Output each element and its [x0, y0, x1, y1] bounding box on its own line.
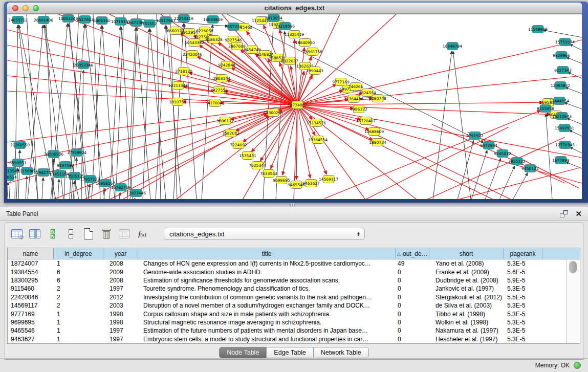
table-cell: 5.3E-5: [504, 260, 542, 267]
graph-node-label: 9699695: [273, 178, 290, 183]
scrollbar-thumb[interactable]: [569, 261, 577, 273]
graph-node-label: 12444154: [550, 99, 569, 103]
show-hide-columns-icon: ☑☑: [50, 229, 55, 239]
function-builder-button[interactable]: f(x): [136, 227, 149, 240]
table-cell: Nakamura et al. (1997): [429, 327, 504, 334]
show-hide-columns-button[interactable]: ☑☑: [46, 227, 59, 240]
table-cell: Estimation of the future numbers of pati…: [138, 327, 396, 334]
table-settings-button[interactable]: ⚙: [10, 227, 24, 240]
citation-network-graph[interactable]: 1872400782260588912954932750810543382818…: [7, 14, 582, 199]
graph-node-label: 19218596: [275, 24, 295, 29]
table-cell: 0: [396, 302, 429, 309]
column-header-label: in_degree: [64, 250, 92, 257]
tab-edge-table[interactable]: Edge Table: [267, 347, 313, 358]
table-cell: Dudbridge et al. (2008): [429, 277, 504, 284]
table-cell: 9463627: [8, 336, 54, 343]
graph-node-label: 20206506: [44, 152, 63, 157]
table-row[interactable]: 911546021997Tourette syndrome. Phenomeno…: [8, 285, 580, 293]
table-row[interactable]: 969969511998Structural magnetic resonanc…: [8, 318, 580, 326]
column-header-outde[interactable]: △out_de…: [396, 248, 429, 259]
tab-node-table[interactable]: Node Table: [220, 347, 267, 358]
table-row[interactable]: 1872400712008Changes of HCN gene express…: [8, 259, 580, 268]
table-toolbar: ⚙ ☑☑ f(x) citations: [5, 223, 583, 245]
table-row[interactable]: 946554611997Estimation of the future num…: [8, 326, 580, 335]
table-row[interactable]: 1830029562008Estimation of significance …: [8, 276, 580, 285]
graph-node-label: 8454749: [244, 48, 261, 52]
graph-node-label: 20691406: [34, 18, 53, 23]
window-title: citations_edges.txt: [265, 4, 325, 12]
close-window-button[interactable]: [12, 5, 18, 11]
graph-node-label: 15720407: [356, 119, 376, 123]
select-column-icon: [29, 229, 40, 238]
graph-node-label: 7590514: [7, 175, 17, 180]
column-header-pagerank[interactable]: pagerank: [504, 248, 542, 259]
column-header-title[interactable]: title: [138, 248, 396, 259]
table-row[interactable]: 2242004622012Investigating the contribut…: [8, 293, 580, 301]
table-cell: 6: [54, 277, 103, 284]
graph-node-label: 751552: [142, 21, 157, 26]
table-cell: 5.3E-5: [504, 285, 542, 292]
graph-node-label: 18724007: [288, 103, 307, 107]
table-cell: 5.3E-5: [504, 327, 542, 334]
function-icon: f(x): [138, 230, 146, 238]
graph-node-label: 9777169: [332, 80, 350, 84]
table-cell: 18724007: [8, 260, 54, 267]
network-canvas[interactable]: 1872400782260588912954932750810543382818…: [7, 14, 582, 199]
table-cell: 19384554: [8, 269, 54, 276]
graph-node-label: 12217987: [156, 18, 176, 23]
row-options-button[interactable]: [64, 227, 77, 240]
close-panel-icon[interactable]: ✕: [575, 210, 582, 217]
graph-node-label: 17359924: [67, 150, 86, 155]
panel-resize-grip[interactable]: [290, 203, 295, 206]
table-select-dropdown[interactable]: citations_edges.txt ▲▼: [164, 228, 365, 240]
table-row[interactable]: 946362711997Embryonic stem cells: a mode…: [8, 335, 580, 343]
graph-node-label: 22420046: [183, 52, 202, 57]
table-cell: Corpus callosum shape and size in male p…: [138, 311, 396, 318]
graph-node-label: 1535451: [239, 154, 256, 158]
column-header-indegree[interactable]: in_degree: [54, 248, 103, 259]
table-cell: Tibbo et al. (1998): [429, 311, 504, 318]
column-header-label: name: [23, 250, 38, 257]
sort-ascending-icon: △: [397, 251, 401, 256]
table-cell: 9465546: [8, 327, 54, 334]
select-column-button[interactable]: [28, 227, 41, 240]
graph-node-label: 7224092: [230, 143, 247, 147]
table-cell: 2: [54, 294, 103, 301]
table-cell: 0: [396, 311, 429, 318]
table-row[interactable]: 1456911722003Disruption of a novel membe…: [8, 301, 580, 310]
table-cell: 9115460: [8, 285, 54, 292]
table-row[interactable]: 1938455462009Genome-wide association stu…: [8, 268, 580, 276]
graph-node-label: 21364436: [344, 97, 363, 101]
table-cell: 22420046: [8, 294, 54, 301]
new-table-button[interactable]: [82, 227, 95, 240]
graph-node-label: 18300295: [264, 111, 283, 115]
float-panel-icon[interactable]: [560, 210, 568, 217]
table-cell: 2003: [103, 302, 138, 309]
table-cell: 1: [54, 311, 103, 318]
graph-node-label: 2803144: [213, 76, 230, 81]
vertical-scrollbar[interactable]: [566, 259, 580, 343]
table-cell: Tourette syndrome. Phenomenology and cla…: [138, 285, 396, 292]
zoom-window-button[interactable]: [33, 5, 39, 11]
table-cell: 6: [54, 269, 103, 276]
graph-node-label: 2718120: [175, 69, 192, 74]
network-window: citations_edges.txt 18724007822605889129…: [4, 2, 588, 203]
column-header-year[interactable]: year: [103, 248, 138, 259]
table-cell: 0: [396, 294, 429, 301]
window-titlebar[interactable]: citations_edges.txt: [7, 3, 582, 14]
table-cell: 1998: [103, 319, 138, 326]
minimize-window-button[interactable]: [23, 5, 29, 11]
table-cell: 0: [396, 269, 429, 276]
table-cell: 2008: [103, 260, 138, 267]
table-panel-body: ⚙ ☑☑ f(x) citations: [5, 223, 583, 360]
tab-network-table[interactable]: Network Table: [314, 347, 368, 358]
table-cell: Genome-wide association studies in ADHD.: [138, 269, 396, 276]
table-cell: Changes of HCN gene expression and I(f) …: [138, 260, 396, 267]
graph-node-label: 746266: [349, 84, 363, 89]
column-header-name[interactable]: name: [8, 248, 54, 259]
table-panel-title: Table Panel: [6, 210, 38, 217]
delete-table-button[interactable]: [100, 227, 113, 240]
table-row[interactable]: 977716911998Corpus callosum shape and si…: [8, 310, 580, 318]
column-header-short[interactable]: short: [429, 248, 504, 259]
table-cell: 14569117: [8, 302, 54, 309]
